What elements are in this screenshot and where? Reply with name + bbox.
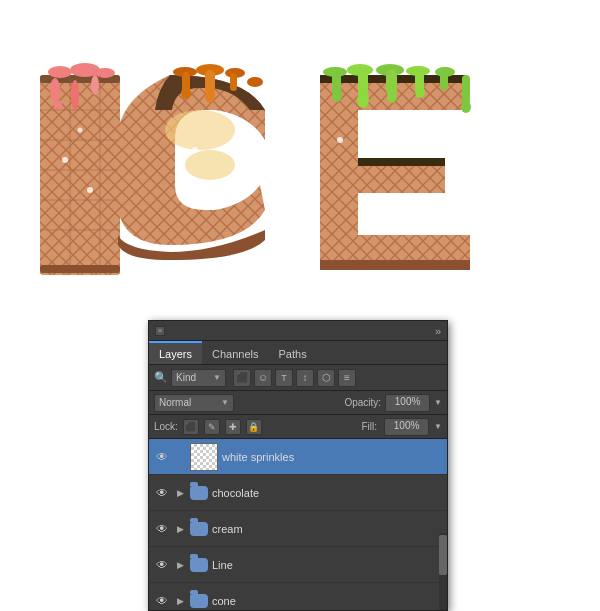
filter-pixel-icon[interactable]: ⬛ bbox=[233, 369, 251, 387]
svg-point-49 bbox=[387, 89, 397, 103]
tab-layers[interactable]: Layers bbox=[149, 341, 202, 364]
svg-point-58 bbox=[337, 137, 343, 143]
layer-thumb-line bbox=[190, 558, 208, 572]
svg-point-27 bbox=[247, 77, 263, 87]
close-button[interactable]: × bbox=[155, 326, 165, 336]
visibility-toggle-white-sprinkles[interactable]: 👁 bbox=[154, 449, 170, 465]
layer-name-cream: cream bbox=[212, 523, 442, 535]
layer-thumb-cream bbox=[190, 522, 208, 536]
fill-dropdown-arrow: ▼ bbox=[434, 422, 442, 431]
svg-point-50 bbox=[415, 86, 425, 98]
panel-header: × » bbox=[149, 321, 447, 341]
canvas-area bbox=[0, 0, 600, 305]
blend-opacity-row: Normal ▼ Opacity: 100% ▼ bbox=[149, 391, 447, 415]
lock-row: Lock: ⬛ ✎ ✚ 🔒 Fill: 100% ▼ bbox=[149, 415, 447, 439]
expand-arrow-cone[interactable]: ▶ bbox=[174, 595, 186, 607]
lock-image-btn[interactable]: ✎ bbox=[204, 419, 220, 435]
lock-transparent-btn[interactable]: ⬛ bbox=[183, 419, 199, 435]
layer-name-cone: cone bbox=[212, 595, 442, 607]
scrollbar[interactable] bbox=[439, 533, 447, 610]
layer-thumb-white-sprinkles bbox=[190, 443, 218, 471]
svg-point-12 bbox=[95, 68, 115, 78]
svg-point-48 bbox=[357, 92, 369, 108]
lock-all-btn[interactable]: 🔒 bbox=[246, 419, 262, 435]
visibility-toggle-line[interactable]: 👁 bbox=[154, 557, 170, 573]
blend-dropdown-arrow: ▼ bbox=[221, 398, 229, 407]
filter-smart-icon[interactable]: ⬡ bbox=[317, 369, 335, 387]
svg-point-57 bbox=[222, 177, 228, 183]
filter-shape-icon[interactable]: ↕ bbox=[296, 369, 314, 387]
filter-type-icon[interactable]: T bbox=[275, 369, 293, 387]
filter-toolbar: 🔍 Kind ▼ ⬛ ☺ T ↕ ⬡ ≡ bbox=[149, 365, 447, 391]
svg-rect-30 bbox=[230, 73, 237, 91]
layer-item-white-sprinkles[interactable]: 👁 white sprinkles bbox=[149, 439, 447, 475]
layer-thumb-chocolate bbox=[190, 486, 208, 500]
search-icon: 🔍 bbox=[154, 371, 168, 385]
svg-rect-8 bbox=[40, 75, 120, 275]
svg-point-60 bbox=[388, 138, 393, 143]
panel-tabs: Layers Channels Paths bbox=[149, 341, 447, 365]
svg-point-52 bbox=[461, 101, 471, 113]
svg-point-11 bbox=[70, 63, 100, 77]
tab-paths[interactable]: Paths bbox=[269, 341, 317, 364]
panel-menu-icon[interactable]: » bbox=[435, 325, 441, 337]
lock-move-btn[interactable]: ✚ bbox=[225, 419, 241, 435]
layer-item-cone[interactable]: 👁 ▶ cone bbox=[149, 583, 447, 610]
svg-point-61 bbox=[447, 167, 453, 173]
lock-label: Lock: bbox=[154, 421, 178, 432]
expand-arrow-cream[interactable]: ▶ bbox=[174, 523, 186, 535]
kind-select[interactable]: Kind ▼ bbox=[171, 369, 226, 387]
svg-point-31 bbox=[181, 87, 191, 99]
tab-channels[interactable]: Channels bbox=[202, 341, 268, 364]
layer-item-cream[interactable]: 👁 ▶ cream bbox=[149, 511, 447, 547]
svg-point-33 bbox=[165, 110, 235, 150]
visibility-toggle-cream[interactable]: 👁 bbox=[154, 521, 170, 537]
expand-arrow-chocolate[interactable]: ▶ bbox=[174, 487, 186, 499]
layer-item-chocolate[interactable]: 👁 ▶ chocolate bbox=[149, 475, 447, 511]
expand-arrow-line[interactable]: ▶ bbox=[174, 559, 186, 571]
svg-point-13 bbox=[50, 78, 60, 102]
layer-thumb-cone bbox=[190, 594, 208, 608]
svg-point-14 bbox=[71, 80, 79, 110]
svg-point-54 bbox=[87, 187, 93, 193]
opacity-dropdown-arrow: ▼ bbox=[434, 398, 442, 407]
svg-point-34 bbox=[185, 150, 235, 180]
svg-point-59 bbox=[427, 207, 433, 213]
opacity-value[interactable]: 100% bbox=[385, 394, 430, 412]
visibility-toggle-chocolate[interactable]: 👁 bbox=[154, 485, 170, 501]
svg-rect-36 bbox=[358, 158, 445, 166]
svg-point-56 bbox=[192, 147, 198, 153]
layer-name-line: Line bbox=[212, 559, 442, 571]
svg-rect-46 bbox=[440, 72, 448, 90]
fill-value[interactable]: 100% bbox=[384, 418, 429, 436]
layer-item-line[interactable]: 👁 ▶ Line bbox=[149, 547, 447, 583]
svg-point-15 bbox=[91, 75, 99, 95]
blend-mode-select[interactable]: Normal ▼ bbox=[154, 394, 234, 412]
ice-letters-svg bbox=[10, 10, 590, 295]
panel-options-icon[interactable]: ≡ bbox=[338, 369, 356, 387]
svg-point-16 bbox=[54, 100, 62, 110]
kind-dropdown-arrow: ▼ bbox=[213, 373, 221, 382]
layer-name-white-sprinkles: white sprinkles bbox=[222, 451, 442, 463]
svg-point-53 bbox=[62, 157, 68, 163]
layer-name-chocolate: chocolate bbox=[212, 487, 442, 499]
svg-point-47 bbox=[332, 88, 342, 102]
svg-point-55 bbox=[78, 128, 83, 133]
scrollbar-thumb[interactable] bbox=[439, 535, 447, 575]
svg-rect-62 bbox=[40, 265, 120, 273]
visibility-toggle-cone[interactable]: 👁 bbox=[154, 593, 170, 609]
svg-rect-51 bbox=[462, 75, 470, 105]
layers-list: 👁 white sprinkles 👁 ▶ chocolate 👁 ▶ crea… bbox=[149, 439, 447, 610]
fill-label: Fill: bbox=[362, 421, 378, 432]
layers-panel: × » Layers Channels Paths 🔍 Kind ▼ ⬛ ☺ T… bbox=[148, 320, 448, 611]
svg-point-32 bbox=[205, 89, 215, 103]
opacity-label: Opacity: bbox=[344, 397, 381, 408]
filter-adjustment-icon[interactable]: ☺ bbox=[254, 369, 272, 387]
svg-point-10 bbox=[48, 66, 72, 78]
